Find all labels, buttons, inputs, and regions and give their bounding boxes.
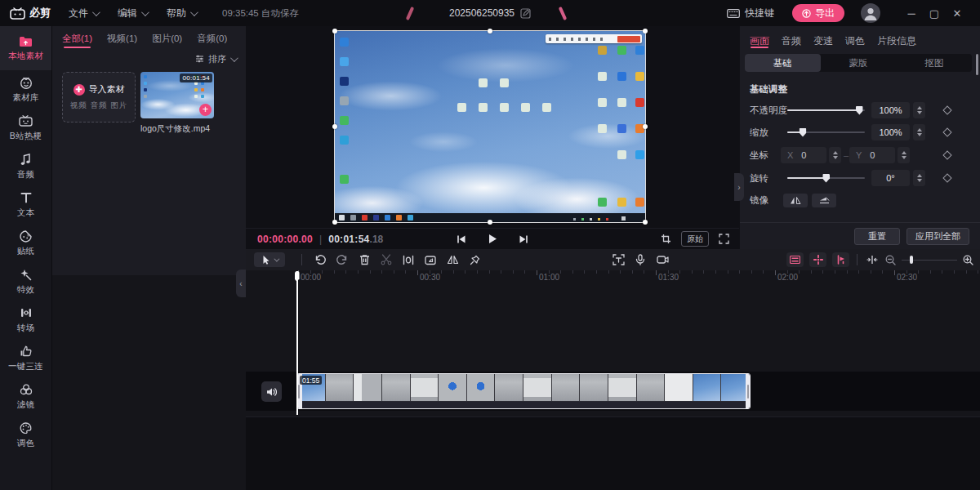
tab-video[interactable]: 视频(1): [107, 33, 137, 48]
sidebar-item-filters[interactable]: 滤镜: [0, 377, 51, 416]
scale-stepper[interactable]: [913, 124, 925, 140]
play-button[interactable]: [486, 233, 499, 246]
redo-button[interactable]: [332, 252, 352, 267]
resize-handle[interactable]: [643, 124, 648, 129]
opacity-stepper[interactable]: [913, 102, 925, 118]
fullscreen-icon[interactable]: [719, 234, 729, 244]
maximize-button[interactable]: ▢: [923, 0, 946, 26]
zoom-out-icon[interactable]: [885, 255, 896, 265]
collapse-media-panel-button[interactable]: ‹: [236, 270, 246, 297]
sidebar-item-text[interactable]: 文本: [0, 185, 51, 224]
main-track-magnet-toggle[interactable]: [786, 252, 804, 267]
sidebar-item-local-media[interactable]: 本地素材: [0, 26, 51, 70]
tab-audio-settings[interactable]: 音频: [782, 34, 801, 49]
media-clip-thumbnail[interactable]: 00:01:54 +: [140, 72, 214, 118]
crop-ratio-icon[interactable]: [661, 234, 671, 244]
clip-trim-handle-right[interactable]: [746, 373, 751, 409]
subtab-chroma-key[interactable]: 抠图: [896, 54, 972, 72]
sidebar-item-audio[interactable]: 音频: [0, 147, 51, 185]
export-button[interactable]: 导出: [792, 4, 844, 22]
tab-all[interactable]: 全部(1): [62, 33, 92, 48]
position-x-field[interactable]: X 0: [781, 147, 826, 163]
sidebar-item-transitions[interactable]: 转场: [0, 301, 51, 339]
shortcuts-button[interactable]: 快捷键: [727, 7, 774, 20]
keyframe-icon[interactable]: [942, 105, 951, 114]
rotation-stepper[interactable]: [913, 170, 925, 186]
keyframe-icon[interactable]: [942, 127, 951, 136]
resize-handle[interactable]: [643, 29, 648, 33]
rename-project-icon[interactable]: [520, 8, 531, 19]
timeline-zoom-slider[interactable]: [902, 255, 957, 265]
close-button[interactable]: ✕: [946, 0, 969, 26]
minimize-button[interactable]: ─: [900, 0, 923, 26]
text-recognition-button[interactable]: [608, 252, 628, 267]
playhead[interactable]: [296, 271, 298, 415]
camera-record-button[interactable]: [653, 252, 672, 267]
voiceover-mic-button[interactable]: [630, 252, 650, 267]
collapse-inspector-button[interactable]: ›: [734, 173, 744, 201]
sidebar-item-stickers[interactable]: 贴纸: [0, 224, 51, 262]
tab-image[interactable]: 图片(0): [152, 33, 182, 48]
flip-vertical-button[interactable]: [812, 194, 836, 207]
rotation-slider[interactable]: [787, 170, 865, 186]
preview-video[interactable]: [335, 31, 645, 222]
previous-frame-button[interactable]: [455, 233, 468, 246]
marker-pin-button[interactable]: [465, 252, 484, 267]
undo-button[interactable]: [310, 252, 330, 267]
resize-handle[interactable]: [332, 29, 337, 33]
timeline-clip[interactable]: 01:55: [296, 373, 751, 409]
add-to-timeline-button[interactable]: +: [199, 104, 212, 116]
user-avatar[interactable]: [861, 3, 880, 23]
sidebar-item-effects[interactable]: 特效: [0, 262, 51, 301]
freeze-frame-button[interactable]: [421, 252, 440, 267]
subtab-basic[interactable]: 基础: [745, 54, 821, 72]
resize-handle[interactable]: [643, 220, 648, 225]
tab-speed[interactable]: 变速: [813, 34, 833, 49]
menu-file[interactable]: 文件: [69, 7, 98, 20]
fit-timeline-button[interactable]: [866, 255, 878, 265]
scrollbar-thumb[interactable]: [976, 54, 978, 75]
track-mute-button[interactable]: [261, 381, 282, 402]
cut-button[interactable]: [376, 252, 396, 267]
tab-clip-info[interactable]: 片段信息: [877, 34, 916, 49]
flip-horizontal-button[interactable]: [783, 194, 808, 207]
resize-handle[interactable]: [332, 124, 337, 129]
scale-value[interactable]: 100%: [871, 124, 910, 140]
sidebar-item-bilibili-memes[interactable]: B站热梗: [0, 109, 51, 147]
subtab-mask[interactable]: 蒙版: [821, 54, 897, 72]
rotation-value[interactable]: 0°: [871, 170, 910, 186]
scale-slider[interactable]: [787, 124, 865, 140]
reset-button[interactable]: 重置: [854, 228, 900, 245]
delete-button[interactable]: [354, 252, 374, 267]
sort-button[interactable]: 排序: [52, 48, 246, 69]
keyframe-icon[interactable]: [942, 150, 951, 159]
sidebar-item-color-grading[interactable]: 调色: [0, 416, 51, 454]
position-y-stepper[interactable]: [898, 147, 910, 163]
next-frame-button[interactable]: [517, 233, 530, 246]
select-tool-button[interactable]: [254, 252, 285, 267]
position-y-field[interactable]: Y 0: [849, 147, 895, 163]
position-x-stepper[interactable]: [829, 147, 841, 163]
apply-to-all-button[interactable]: 应用到全部: [906, 228, 969, 245]
sidebar-item-library[interactable]: 素材库: [0, 70, 51, 109]
auto-snap-toggle[interactable]: [809, 252, 826, 267]
mirror-clip-button[interactable]: [443, 252, 462, 267]
tab-picture[interactable]: 画面: [750, 34, 769, 49]
menu-help[interactable]: 帮助: [167, 7, 196, 20]
timeline-ruler[interactable]: 00:0000:3001:0001:3002:0002:30: [246, 270, 980, 286]
tab-audio[interactable]: 音频(0): [197, 33, 227, 48]
resize-handle[interactable]: [488, 29, 492, 33]
original-ratio-button[interactable]: 原始: [681, 231, 709, 247]
resize-handle[interactable]: [488, 220, 492, 225]
tab-color[interactable]: 调色: [845, 34, 865, 49]
resize-handle[interactable]: [332, 220, 337, 225]
keyframe-icon[interactable]: [942, 173, 951, 182]
linkage-toggle[interactable]: [832, 252, 849, 267]
zoom-slider-handle[interactable]: [910, 256, 913, 264]
opacity-value[interactable]: 100%: [871, 102, 910, 118]
opacity-slider[interactable]: [787, 102, 865, 118]
menu-edit[interactable]: 编辑: [118, 7, 147, 20]
import-media-button[interactable]: ✚ 导入素材 视频 音频 图片: [62, 72, 136, 122]
zoom-in-icon[interactable]: [963, 255, 973, 265]
sidebar-item-triple-combo[interactable]: 一键三连: [0, 339, 51, 377]
